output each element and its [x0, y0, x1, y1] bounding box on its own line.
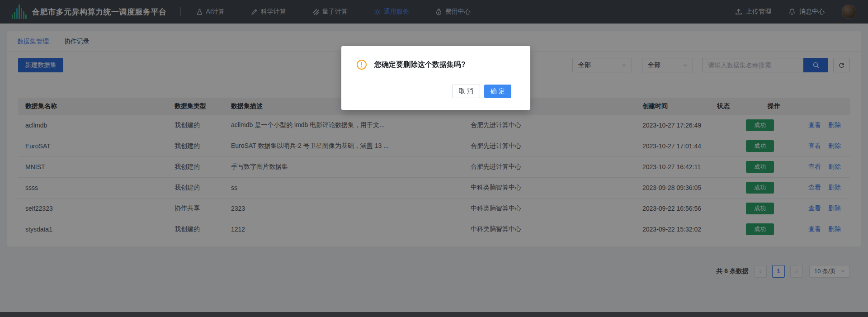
dialog-buttons: 取 消 确 定 [357, 85, 511, 98]
warning-icon [357, 60, 367, 70]
delete-confirm-dialog: 您确定要删除这个数据集吗? 取 消 确 定 [341, 46, 530, 110]
cancel-button[interactable]: 取 消 [452, 85, 480, 98]
dialog-message: 您确定要删除这个数据集吗? [374, 60, 466, 70]
dialog-message-row: 您确定要删除这个数据集吗? [357, 60, 511, 70]
confirm-button[interactable]: 确 定 [484, 85, 511, 98]
